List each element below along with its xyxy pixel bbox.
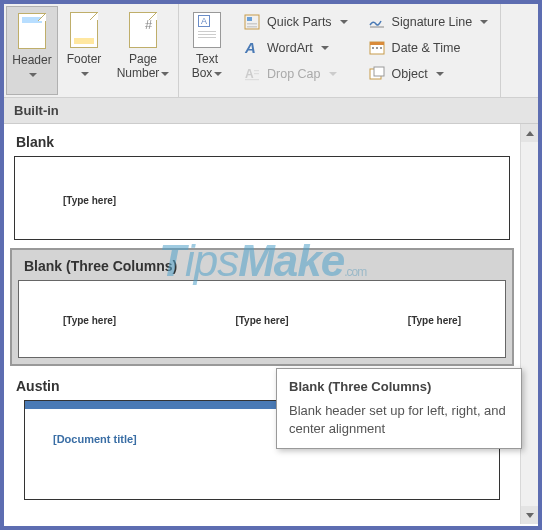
chevron-up-icon xyxy=(526,131,534,136)
header-footer-group: Header Footer # Page Number xyxy=(4,4,179,97)
quick-parts-icon xyxy=(243,13,261,31)
caret-down-icon xyxy=(480,20,488,24)
caret-down-icon xyxy=(29,73,37,77)
ribbon: Header Footer # Page Number A Text Box Q… xyxy=(4,4,538,98)
svg-rect-6 xyxy=(254,70,259,71)
scroll-down-button[interactable] xyxy=(521,506,539,524)
placeholder-text: [Document title] xyxy=(53,433,137,445)
gallery-item-title: Blank (Three Columns) xyxy=(12,250,512,280)
svg-rect-7 xyxy=(254,73,259,74)
caret-down-icon xyxy=(161,72,169,76)
page-number-button[interactable]: # Page Number xyxy=(110,6,176,95)
caret-down-icon xyxy=(329,72,337,76)
placeholder-text: [Type here] xyxy=(63,195,116,206)
quick-parts-label: Quick Parts xyxy=(267,15,332,29)
signature-line-button[interactable]: Signature Line xyxy=(364,10,493,34)
gallery-item-blank[interactable]: Blank [Type here] xyxy=(4,124,520,240)
tooltip: Blank (Three Columns) Blank header set u… xyxy=(276,368,522,449)
text-tools-list-2: Signature Line Date & Time Object xyxy=(358,6,499,95)
svg-rect-14 xyxy=(380,47,382,49)
date-time-icon xyxy=(368,39,386,57)
svg-rect-16 xyxy=(374,67,384,76)
svg-rect-8 xyxy=(245,79,259,80)
svg-rect-2 xyxy=(247,23,257,25)
footer-button[interactable]: Footer xyxy=(58,6,110,95)
footer-label: Footer xyxy=(67,52,102,66)
gallery-scrollbar[interactable] xyxy=(520,124,538,524)
text-box-icon: A xyxy=(189,10,225,50)
svg-text:A: A xyxy=(245,67,254,81)
signature-icon xyxy=(368,13,386,31)
text-group: A Text Box Quick Parts A WordArt A Drop … xyxy=(179,4,501,97)
svg-text:A: A xyxy=(244,40,256,56)
svg-rect-11 xyxy=(370,42,384,45)
caret-down-icon xyxy=(436,72,444,76)
drop-cap-button[interactable]: A Drop Cap xyxy=(239,62,352,86)
placeholder-text: [Type here] xyxy=(63,315,116,326)
header-button[interactable]: Header xyxy=(6,6,58,95)
caret-down-icon xyxy=(81,72,89,76)
tooltip-title: Blank (Three Columns) xyxy=(289,379,509,394)
svg-rect-3 xyxy=(247,26,257,28)
chevron-down-icon xyxy=(526,513,534,518)
gallery-item-preview: [Type here] [Type here] [Type here] xyxy=(18,280,506,358)
caret-down-icon xyxy=(321,46,329,50)
wordart-icon: A xyxy=(243,39,261,57)
svg-rect-13 xyxy=(376,47,378,49)
wordart-label: WordArt xyxy=(267,41,313,55)
date-time-button[interactable]: Date & Time xyxy=(364,36,493,60)
object-label: Object xyxy=(392,67,428,81)
footer-icon xyxy=(66,10,102,50)
placeholder-text: [Type here] xyxy=(408,315,461,326)
object-button[interactable]: Object xyxy=(364,62,493,86)
page-number-icon: # xyxy=(125,10,161,50)
svg-rect-12 xyxy=(372,47,374,49)
text-tools-list: Quick Parts A WordArt A Drop Cap xyxy=(233,6,358,95)
quick-parts-button[interactable]: Quick Parts xyxy=(239,10,352,34)
scroll-up-button[interactable] xyxy=(521,124,539,142)
signature-label: Signature Line xyxy=(392,15,473,29)
page-number-label: Page Number xyxy=(117,52,160,80)
object-icon xyxy=(368,65,386,83)
wordart-button[interactable]: A WordArt xyxy=(239,36,352,60)
text-box-button[interactable]: A Text Box xyxy=(181,6,233,95)
placeholder-text: [Type here] xyxy=(235,315,288,326)
caret-down-icon xyxy=(340,20,348,24)
date-time-label: Date & Time xyxy=(392,41,461,55)
tooltip-description: Blank header set up for left, right, and… xyxy=(289,402,509,438)
drop-cap-icon: A xyxy=(243,65,261,83)
gallery-item-blank-three-columns[interactable]: Blank (Three Columns) [Type here] [Type … xyxy=(10,248,514,366)
header-icon xyxy=(14,11,50,51)
gallery-item-preview: [Type here] xyxy=(14,156,510,240)
gallery-scroll: Blank [Type here] Blank (Three Columns) … xyxy=(4,124,520,524)
drop-cap-label: Drop Cap xyxy=(267,67,321,81)
svg-rect-1 xyxy=(247,17,252,21)
header-gallery: Built-in Blank [Type here] Blank (Three … xyxy=(4,98,538,524)
gallery-item-title: Blank xyxy=(4,124,520,156)
gallery-section-header: Built-in xyxy=(4,98,538,124)
caret-down-icon xyxy=(214,72,222,76)
header-label: Header xyxy=(12,53,51,67)
